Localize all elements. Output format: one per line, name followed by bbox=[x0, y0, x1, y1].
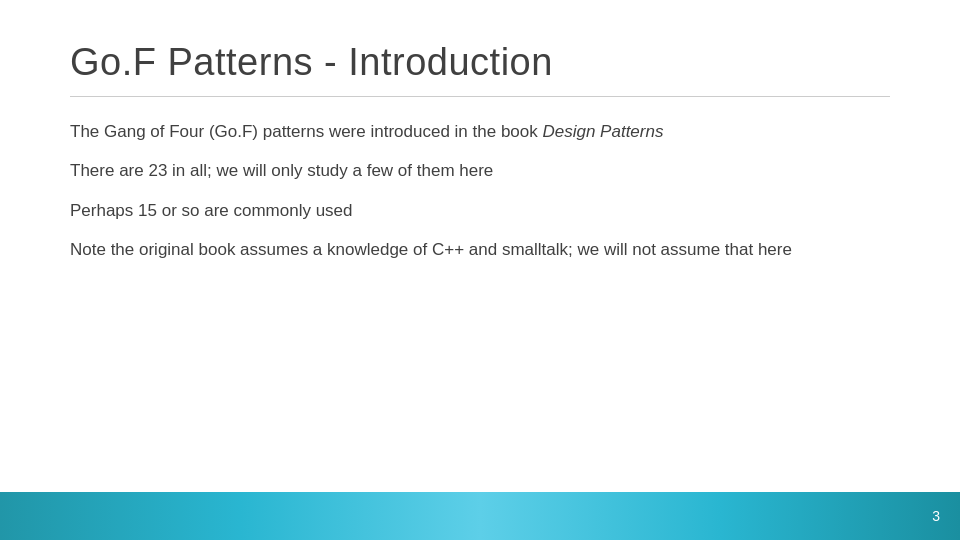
list-item: There are 23 in all; we will only study … bbox=[70, 158, 890, 184]
bullet1-italic: Design Patterns bbox=[542, 122, 663, 141]
list-item: Note the original book assumes a knowled… bbox=[70, 237, 890, 263]
bullet3-text: Perhaps 15 or so are commonly used bbox=[70, 201, 353, 220]
slide-container: Go.F Patterns - Introduction The Gang of… bbox=[0, 0, 960, 540]
bullet2-text: There are 23 in all; we will only study … bbox=[70, 161, 493, 180]
slide-title: Go.F Patterns - Introduction bbox=[70, 40, 890, 86]
title-divider bbox=[70, 96, 890, 97]
slide-footer: 3 bbox=[0, 492, 960, 540]
list-item: Perhaps 15 or so are commonly used bbox=[70, 198, 890, 224]
bullet1-text-before: The Gang of Four (Go.F) patterns were in… bbox=[70, 122, 542, 141]
page-number: 3 bbox=[932, 508, 940, 524]
bullet-list: The Gang of Four (Go.F) patterns were in… bbox=[70, 119, 890, 263]
bullet4-text: Note the original book assumes a knowled… bbox=[70, 240, 792, 259]
list-item: The Gang of Four (Go.F) patterns were in… bbox=[70, 119, 890, 145]
slide-content: Go.F Patterns - Introduction The Gang of… bbox=[0, 0, 960, 492]
